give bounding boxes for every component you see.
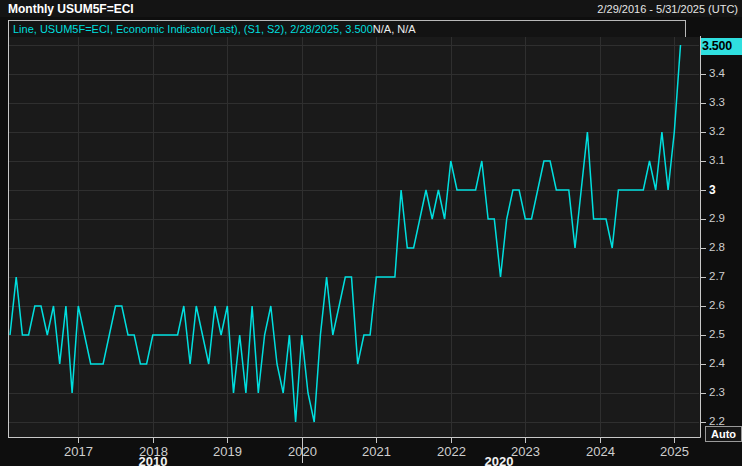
date-range-label: 2/29/2016 - 5/31/2025 (UTC) [597, 3, 738, 15]
legend-na-text: N/A, N/A [373, 23, 416, 35]
y-tick-label: 2.2 [709, 415, 739, 427]
y-tick-label: 2.8 [709, 241, 739, 253]
chart-header: Monthly USUM5F=ECI 2/29/2016 - 5/31/2025… [0, 0, 742, 17]
y-tick-label: 2.4 [709, 357, 739, 369]
y-tick-label: 3.1 [709, 154, 739, 166]
y-tick-label: 2.9 [709, 212, 739, 224]
y-tick-label: 2.3 [709, 386, 739, 398]
y-tick-label: 2.7 [709, 270, 739, 282]
last-value-badge[interactable]: 3.500 [701, 38, 742, 55]
y-tick-label: 3.3 [709, 96, 739, 108]
series-legend[interactable]: Line, USUM5F=ECI, Economic Indicator(Las… [8, 20, 686, 38]
x-year-label: 2019 [198, 444, 258, 459]
chart-title: Monthly USUM5F=ECI [8, 2, 134, 16]
x-decade-label: 2010 [118, 454, 188, 466]
y-tick-label: 3.4 [709, 67, 739, 79]
y-tick-label: 3.2 [709, 125, 739, 137]
y-tick-label: 2.6 [709, 299, 739, 311]
x-decade-label: 2020 [464, 454, 534, 466]
x-year-label: 2017 [49, 444, 109, 459]
plot-area[interactable] [8, 37, 700, 438]
x-year-label: 2024 [571, 444, 631, 459]
chart-window: Monthly USUM5F=ECI 2/29/2016 - 5/31/2025… [0, 0, 742, 466]
x-year-label: 2021 [347, 444, 407, 459]
x-year-label: 2020 [273, 444, 333, 459]
legend-series-text: Line, USUM5F=ECI, Economic Indicator(Las… [13, 23, 373, 35]
y-tick-label: 3 [709, 183, 739, 197]
x-year-label: 2025 [645, 444, 705, 459]
y-tick-label: 2.5 [709, 328, 739, 340]
auto-scale-button[interactable]: Auto [705, 426, 742, 442]
